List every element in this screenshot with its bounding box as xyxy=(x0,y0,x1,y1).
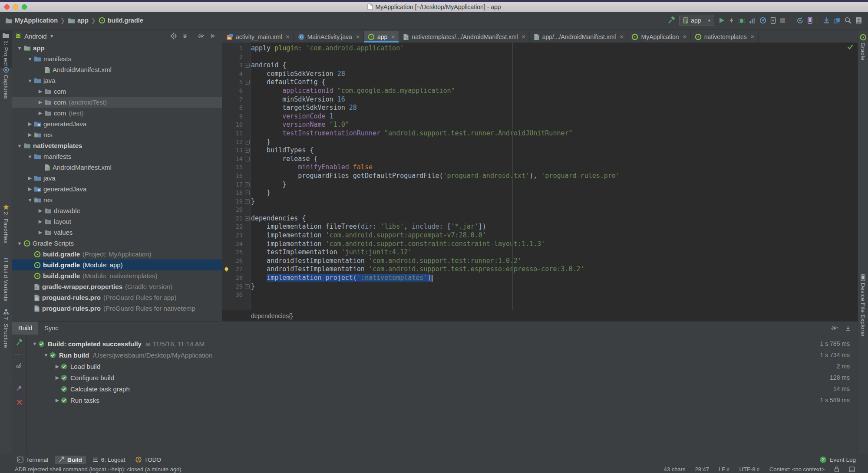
tree-expand-icon[interactable]: ▶ xyxy=(26,175,34,181)
tree-expand-icon[interactable]: ▶ xyxy=(36,219,44,224)
status-message[interactable]: ADB rejected shell command (logcat --hel… xyxy=(15,466,182,473)
intention-bulb-icon[interactable] xyxy=(224,266,229,272)
close-tab-icon[interactable]: ✕ xyxy=(286,34,290,40)
editor-tab-app-----androidmanifest-xml[interactable]: <>app/.../AndroidManifest.xml✕ xyxy=(530,31,628,43)
build-row-build--completed-successfully[interactable]: ▼Build: completed successfullyat 11/5/18… xyxy=(27,338,858,349)
fold-end-icon[interactable]: ˄ xyxy=(245,140,250,145)
tree-item-proguard-rules-pro[interactable]: proguard-rules.pro(ProGuard Rules for ap… xyxy=(12,292,222,303)
run-configuration-select[interactable]: app▾ xyxy=(679,15,714,26)
avatar-icon[interactable] xyxy=(855,17,862,24)
gradle-sync-icon[interactable] xyxy=(796,17,804,24)
tool-window-button-build-variants[interactable]: Build Variants xyxy=(0,255,12,303)
tree-expand-icon[interactable]: ▼ xyxy=(16,143,23,148)
code-area[interactable]: apply plugin: 'com.android.application'a… xyxy=(251,43,858,310)
tree-item-androidmanifest-xml[interactable]: <>AndroidManifest.xml xyxy=(12,162,222,173)
tree-item-androidmanifest-xml[interactable]: <>AndroidManifest.xml xyxy=(12,64,222,75)
fold-end-icon[interactable]: ˄ xyxy=(245,191,250,195)
tool-window-button----structure[interactable]: 7: Structure xyxy=(0,307,12,350)
profile-attach-icon[interactable] xyxy=(759,17,766,24)
tree-expand-icon[interactable]: ▼ xyxy=(16,46,23,51)
tree-item-manifests[interactable]: ▼manifests xyxy=(12,151,222,162)
tool-window-button-captures[interactable]: Captures xyxy=(0,65,12,101)
tool-window-button----favorites[interactable]: 2: Favorites xyxy=(0,202,12,245)
fold-end-icon[interactable]: ˄ xyxy=(245,182,250,187)
tree-item-values[interactable]: ▶values xyxy=(12,227,222,238)
tree-item-gradle-wrapper-properties[interactable]: gradle-wrapper.properties(Gradle Version… xyxy=(12,281,222,292)
filter-messages-icon[interactable]: ab xyxy=(16,362,23,369)
editor-tab-activity-main-xml[interactable]: <>activity_main.xml✕ xyxy=(222,31,294,43)
editor-tab-mainactivity-java[interactable]: CMainActivity.java✕ xyxy=(294,31,364,43)
fold-collapse-icon[interactable]: – xyxy=(245,157,250,161)
editor-tab-myapplication[interactable]: MyApplication✕ xyxy=(627,31,690,43)
fold-collapse-icon[interactable]: – xyxy=(245,148,250,153)
zoom-window-button[interactable] xyxy=(22,4,27,10)
tree-expand-icon[interactable]: ▶ xyxy=(36,99,44,105)
search-icon[interactable] xyxy=(845,17,851,24)
profiler-icon[interactable] xyxy=(749,17,756,24)
close-tab-icon[interactable]: ✕ xyxy=(391,34,395,40)
tool-window-button-gradle[interactable]: Gradle xyxy=(858,32,868,62)
editor[interactable]: 123–45–6789101112˄13–14–151617˄18˄19˄202… xyxy=(222,43,858,310)
tree-item-drawable[interactable]: ▶drawable xyxy=(12,205,222,216)
close-tab-icon[interactable]: ✕ xyxy=(521,34,526,40)
status-widget-context---no-context-[interactable]: Context: <no context> xyxy=(769,466,825,473)
play-icon[interactable] xyxy=(718,17,725,24)
tree-expand-icon[interactable]: ▶ xyxy=(54,375,61,381)
tree-item-layout[interactable]: ▶layout xyxy=(12,216,222,227)
project-view-selector[interactable]: Android ▼ xyxy=(15,33,54,40)
fold-collapse-icon[interactable]: – xyxy=(245,80,250,85)
close-window-button[interactable] xyxy=(4,4,10,10)
build-row-run-tasks[interactable]: ▶Run tasks1 s 589 ms xyxy=(27,394,858,406)
tree-expand-icon[interactable]: ▶ xyxy=(36,230,44,235)
editor-tab-nativetemplates[interactable]: nativetemplates✕ xyxy=(691,31,759,43)
pin-icon[interactable] xyxy=(16,385,23,391)
tree-expand-icon[interactable]: ▶ xyxy=(36,89,44,94)
tree-item-gradle-scripts[interactable]: ▼Gradle Scripts xyxy=(12,238,222,249)
tree-expand-icon[interactable]: ▼ xyxy=(43,352,50,358)
tree-item-build-gradle[interactable]: build.gradle(Module: nativetemplates) xyxy=(12,270,222,281)
tree-expand-icon[interactable]: ▶ xyxy=(54,364,61,369)
stop-icon[interactable] xyxy=(780,18,785,23)
tree-item-app[interactable]: ▼app xyxy=(12,43,222,53)
tree-expand-icon[interactable]: ▼ xyxy=(16,241,23,246)
tool-window-bar-button-terminal[interactable]: Terminal xyxy=(13,456,52,464)
tree-expand-icon[interactable]: ▼ xyxy=(26,78,34,83)
tree-item-nativetemplates[interactable]: ▼nativetemplates xyxy=(12,140,222,151)
tree-item-generatedjava[interactable]: ▶generatedJava xyxy=(12,184,222,194)
tree-expand-icon[interactable]: ▶ xyxy=(26,132,34,138)
sdk-manager-icon[interactable] xyxy=(823,17,830,24)
tree-item-build-gradle[interactable]: build.gradle(Module: app) xyxy=(12,259,222,270)
tree-item-res[interactable]: ▼res xyxy=(12,194,222,205)
build-settings-gear-icon[interactable] xyxy=(831,325,838,332)
tree-expand-icon[interactable]: ▼ xyxy=(26,197,34,203)
build-row-configure-build[interactable]: ▶Configure build128 ms xyxy=(27,372,858,383)
tool-window-bar-button-todo[interactable]: TODO xyxy=(132,456,165,464)
tree-item-com[interactable]: ▶com xyxy=(12,86,222,97)
tree-expand-icon[interactable]: ▶ xyxy=(26,121,34,127)
tree-item-manifests[interactable]: ▼manifests xyxy=(12,53,222,64)
build-row-calculate-task-graph[interactable]: Calculate task graph14 ms xyxy=(27,383,858,394)
tree-item-java[interactable]: ▼java xyxy=(12,75,222,86)
debug-icon[interactable] xyxy=(738,17,745,24)
tree-item-res[interactable]: ▶res xyxy=(12,129,222,140)
build-row-load-build[interactable]: ▶Load build2 ms xyxy=(27,361,858,372)
tree-item-generatedjava[interactable]: ▶generatedJava xyxy=(12,118,222,129)
status-widget-28-47[interactable]: 28:47 xyxy=(695,466,709,473)
tree-item-proguard-rules-pro[interactable]: proguard-rules.pro(ProGuard Rules for na… xyxy=(12,303,222,314)
device-attach-icon[interactable] xyxy=(770,17,776,24)
tree-item-java[interactable]: ▶java xyxy=(12,173,222,184)
fold-end-icon[interactable]: ˄ xyxy=(245,284,250,289)
lock-icon[interactable] xyxy=(834,466,839,472)
breadcrumb-item-myapplication[interactable]: MyApplication xyxy=(5,17,58,24)
avd-manager-icon[interactable] xyxy=(808,17,812,24)
gear-icon[interactable] xyxy=(198,33,205,39)
close-tab-icon[interactable]: ✕ xyxy=(356,34,360,40)
build-hammer-icon[interactable] xyxy=(667,16,675,24)
build-panel-tab-sync[interactable]: Sync xyxy=(38,322,64,335)
locate-file-icon[interactable] xyxy=(170,33,177,39)
tool-window-bar-button-build[interactable]: Build xyxy=(55,456,86,464)
editor-breadcrumbs[interactable]: dependencies{} xyxy=(222,310,858,321)
tool-window-bar-button-6--logcat[interactable]: 6: Logcat xyxy=(89,456,129,464)
inspections-ok-icon[interactable] xyxy=(847,44,853,49)
restart-build-icon[interactable] xyxy=(16,339,23,346)
